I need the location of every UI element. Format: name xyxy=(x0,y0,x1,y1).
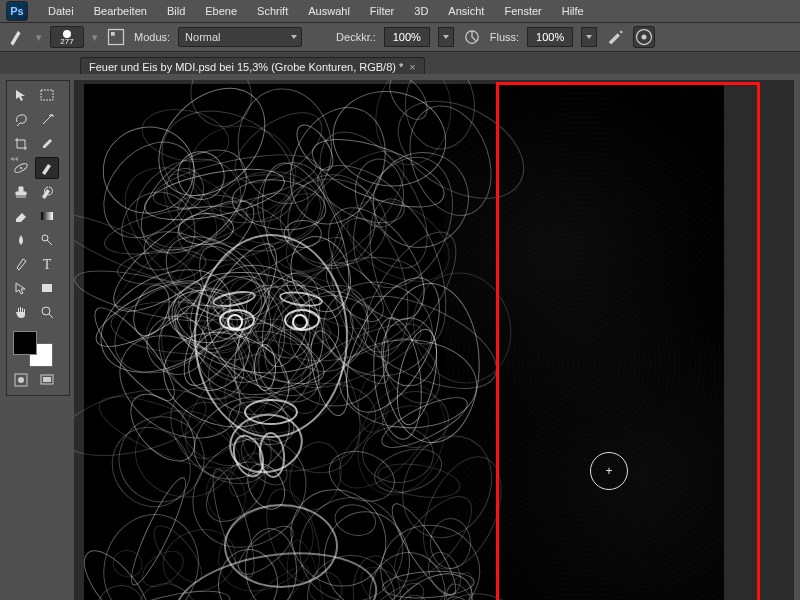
svg-rect-11 xyxy=(41,212,53,220)
menu-select[interactable]: Auswahl xyxy=(298,5,360,17)
flow-label: Fluss: xyxy=(490,31,519,43)
tool-hand[interactable] xyxy=(9,301,33,323)
tool-move[interactable] xyxy=(9,85,33,107)
menu-file[interactable]: Datei xyxy=(38,5,84,17)
tool-dodge[interactable] xyxy=(35,229,59,251)
mode-label: Modus: xyxy=(134,31,170,43)
menu-window[interactable]: Fenster xyxy=(494,5,551,17)
tool-eraser[interactable] xyxy=(9,205,33,227)
flow-dropdown[interactable] xyxy=(581,27,597,47)
canvas-area[interactable]: + xyxy=(74,80,794,600)
menu-3d[interactable]: 3D xyxy=(404,5,438,17)
svg-rect-2 xyxy=(111,32,115,36)
tool-healing[interactable] xyxy=(9,157,33,179)
tool-eyedropper[interactable] xyxy=(35,133,59,155)
brush-panel-icon[interactable] xyxy=(106,27,126,47)
menu-image[interactable]: Bild xyxy=(157,5,195,17)
tool-wand[interactable] xyxy=(35,109,59,131)
opacity-label: Deckkr.: xyxy=(336,31,376,43)
tool-shape[interactable] xyxy=(35,277,59,299)
svg-point-17 xyxy=(18,377,24,383)
pressure-size-icon[interactable] xyxy=(633,26,655,48)
svg-rect-19 xyxy=(43,377,51,382)
brush-size-label: 277 xyxy=(60,37,73,46)
menu-edit[interactable]: Bearbeiten xyxy=(84,5,157,17)
svg-point-10 xyxy=(20,167,22,169)
tool-marquee[interactable] xyxy=(35,85,59,107)
tool-brush[interactable] xyxy=(35,157,59,179)
app-logo: Ps xyxy=(6,1,28,21)
svg-point-4 xyxy=(620,31,623,34)
airbrush-icon[interactable] xyxy=(605,27,625,47)
document-tab-title: Feuer und Eis by MDI.psd bei 15,3% (Grob… xyxy=(89,61,403,73)
tool-gradient[interactable] xyxy=(35,205,59,227)
quickmask-icon[interactable] xyxy=(9,369,33,391)
svg-rect-1 xyxy=(109,30,124,45)
svg-point-15 xyxy=(42,307,50,315)
brush-preset-picker[interactable]: 277 xyxy=(50,26,84,48)
color-swatches[interactable] xyxy=(13,331,61,367)
tool-type[interactable]: T xyxy=(35,253,59,275)
image-content xyxy=(84,84,464,600)
opacity-dropdown[interactable] xyxy=(438,27,454,47)
menu-type[interactable]: Schrift xyxy=(247,5,298,17)
opacity-input[interactable]: 100% xyxy=(384,27,430,47)
tool-stamp[interactable] xyxy=(9,181,33,203)
tool-path[interactable] xyxy=(9,277,33,299)
tool-crop[interactable] xyxy=(9,133,33,155)
menu-view[interactable]: Ansicht xyxy=(438,5,494,17)
tool-preset-icon[interactable] xyxy=(8,27,28,47)
svg-rect-7 xyxy=(41,90,53,100)
tool-history[interactable] xyxy=(35,181,59,203)
menu-help[interactable]: Hilfe xyxy=(552,5,594,17)
blend-mode-select[interactable]: Normal xyxy=(178,27,302,47)
tool-lasso[interactable] xyxy=(9,109,33,131)
options-bar: ▾ 277 ▾ Modus: Normal Deckkr.: 100% Flus… xyxy=(0,23,800,52)
svg-point-6 xyxy=(642,35,647,40)
tool-pen[interactable] xyxy=(9,253,33,275)
flow-input[interactable]: 100% xyxy=(527,27,573,47)
toolbox: T xyxy=(6,80,70,396)
svg-rect-14 xyxy=(42,284,52,292)
foreground-color-swatch[interactable] xyxy=(13,331,37,355)
menu-layer[interactable]: Ebene xyxy=(195,5,247,17)
close-tab-icon[interactable]: × xyxy=(409,61,415,73)
tool-blur[interactable] xyxy=(9,229,33,251)
screenmode-icon[interactable] xyxy=(35,369,59,391)
menu-bar: Ps Datei Bearbeiten Bild Ebene Schrift A… xyxy=(0,0,800,23)
svg-point-8 xyxy=(51,114,53,116)
pressure-opacity-icon[interactable] xyxy=(462,27,482,47)
svg-text:T: T xyxy=(43,257,52,272)
tool-zoom[interactable] xyxy=(35,301,59,323)
image-texture xyxy=(444,84,724,600)
menu-filter[interactable]: Filter xyxy=(360,5,404,17)
workspace: T + xyxy=(0,74,800,600)
document-tab-bar: Feuer und Eis by MDI.psd bei 15,3% (Grob… xyxy=(0,52,800,76)
document-canvas[interactable] xyxy=(84,84,724,600)
